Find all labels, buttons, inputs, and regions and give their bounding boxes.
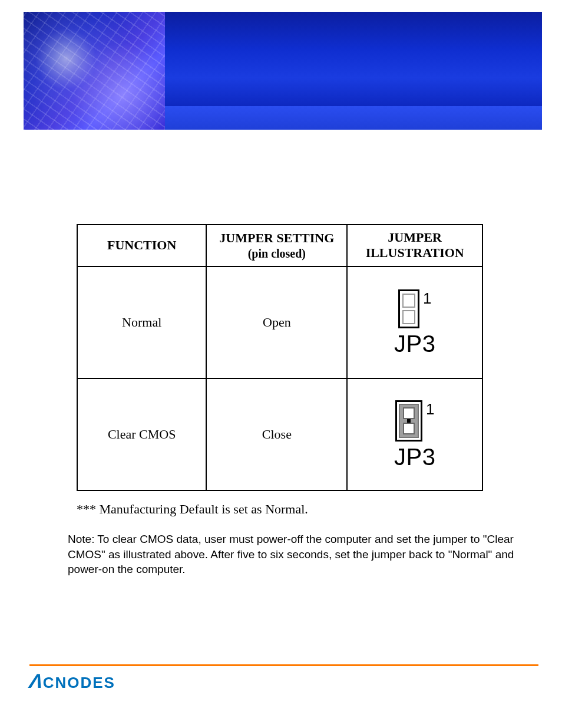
table-row: Clear CMOS Close 1 JP3 <box>77 378 482 490</box>
jumper-close-icon: 1 JP3 <box>394 400 435 469</box>
procedure-note: Note: To clear CMOS data, user must powe… <box>68 532 515 577</box>
jumper-pin <box>403 407 415 419</box>
jumper-label: JP3 <box>394 332 435 355</box>
brand-logo: Λ CNODES <box>29 670 115 693</box>
jumper-pin <box>402 294 415 308</box>
col-header-illustration: JUMPER ILLUSTRATION <box>347 225 482 266</box>
brand-logo-mark-icon: Λ <box>28 670 44 693</box>
jumper-pins <box>395 400 422 442</box>
jumper-pin <box>403 423 415 434</box>
col-header-function: FUNCTION <box>77 225 206 266</box>
col-header-setting-main: JUMPER SETTING <box>219 230 334 245</box>
jumper-pin <box>402 310 415 324</box>
jumper-open-icon: 1 JP3 <box>394 289 435 355</box>
brand-logo-text: CNODES <box>43 674 115 692</box>
jumper-pins <box>398 289 419 328</box>
header-bar <box>165 12 542 106</box>
header-ribbon <box>165 106 542 130</box>
jumper-table: FUNCTION JUMPER SETTING (pin closed) JUM… <box>77 224 483 491</box>
pin-number-label: 1 <box>423 291 431 306</box>
jumper-cap <box>399 404 419 438</box>
col-header-setting-sub: (pin closed) <box>210 246 343 261</box>
cell-function: Clear CMOS <box>77 378 206 490</box>
cell-illustration: 1 JP3 <box>347 378 482 490</box>
pin-number-label: 1 <box>426 401 434 417</box>
header-banner <box>24 12 542 130</box>
footer-divider <box>29 664 538 666</box>
manufacturing-default-note: *** Manufacturing Default is set as Norm… <box>77 502 308 517</box>
cell-setting: Open <box>206 266 347 378</box>
cell-illustration: 1 JP3 <box>347 266 482 378</box>
cell-function: Normal <box>77 266 206 378</box>
header-photo <box>24 12 165 130</box>
table-row: Normal Open 1 JP3 <box>77 266 482 378</box>
jumper-label: JP3 <box>394 445 435 469</box>
col-header-setting: JUMPER SETTING (pin closed) <box>206 225 347 266</box>
cell-setting: Close <box>206 378 347 490</box>
